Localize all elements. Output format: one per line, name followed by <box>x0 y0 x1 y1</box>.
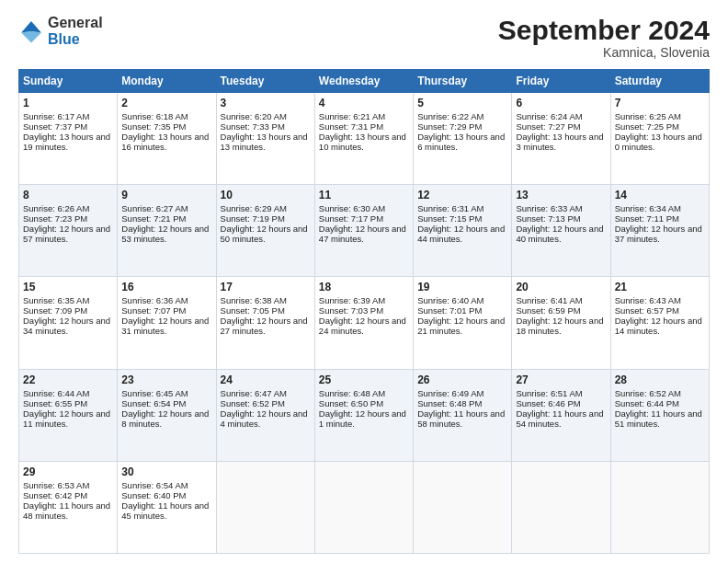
day-number: 2 <box>121 97 211 109</box>
day-number: 16 <box>121 281 211 293</box>
calendar-cell: 21 Sunrise: 6:43 AM Sunset: 6:57 PM Dayl… <box>610 277 709 369</box>
sunrise-label: Sunrise: 6:29 AM <box>221 203 287 213</box>
sunrise-label: Sunrise: 6:20 AM <box>221 111 287 121</box>
sunset-label: Sunset: 6:46 PM <box>516 398 580 408</box>
sunrise-label: Sunrise: 6:31 AM <box>417 203 483 213</box>
calendar-row-4: 29 Sunrise: 6:53 AM Sunset: 6:42 PM Dayl… <box>19 461 710 553</box>
daylight-label: Daylight: 11 hours and 45 minutes. <box>121 500 209 521</box>
calendar-cell: 10 Sunrise: 6:29 AM Sunset: 7:19 PM Dayl… <box>216 185 314 277</box>
col-saturday: Saturday <box>610 70 709 93</box>
daylight-label: Daylight: 12 hours and 50 minutes. <box>221 224 308 244</box>
sunrise-label: Sunrise: 6:21 AM <box>319 111 385 121</box>
daylight-label: Daylight: 13 hours and 13 minutes. <box>221 132 308 152</box>
calendar-cell: 8 Sunrise: 6:26 AM Sunset: 7:23 PM Dayli… <box>19 185 118 277</box>
daylight-label: Daylight: 12 hours and 34 minutes. <box>23 316 110 336</box>
calendar-table: Sunday Monday Tuesday Wednesday Thursday… <box>18 69 710 554</box>
calendar-cell <box>216 461 314 553</box>
sunset-label: Sunset: 6:48 PM <box>417 398 482 408</box>
sunrise-label: Sunrise: 6:39 AM <box>319 295 385 305</box>
calendar-cell: 5 Sunrise: 6:22 AM Sunset: 7:29 PM Dayli… <box>414 93 512 185</box>
calendar-cell: 14 Sunrise: 6:34 AM Sunset: 7:11 PM Dayl… <box>610 185 709 277</box>
sunrise-label: Sunrise: 6:44 AM <box>23 388 89 398</box>
daylight-label: Daylight: 12 hours and 24 minutes. <box>319 316 406 336</box>
calendar-cell <box>414 461 512 553</box>
sunrise-label: Sunrise: 6:18 AM <box>121 111 188 121</box>
sunset-label: Sunset: 7:25 PM <box>615 121 679 132</box>
logo: General Blue <box>18 15 103 47</box>
daylight-label: Daylight: 12 hours and 53 minutes. <box>121 224 209 244</box>
calendar-cell: 29 Sunrise: 6:53 AM Sunset: 6:42 PM Dayl… <box>19 461 118 553</box>
daylight-label: Daylight: 12 hours and 57 minutes. <box>23 224 110 244</box>
sunset-label: Sunset: 6:59 PM <box>516 305 580 316</box>
calendar-cell: 28 Sunrise: 6:52 AM Sunset: 6:44 PM Dayl… <box>610 369 709 461</box>
sunset-label: Sunset: 6:50 PM <box>319 398 383 408</box>
sunrise-label: Sunrise: 6:22 AM <box>417 111 483 121</box>
calendar-row-2: 15 Sunrise: 6:35 AM Sunset: 7:09 PM Dayl… <box>19 277 710 369</box>
sunset-label: Sunset: 7:03 PM <box>319 305 383 316</box>
col-monday: Monday <box>118 70 216 93</box>
sunset-label: Sunset: 7:05 PM <box>221 305 285 316</box>
day-number: 3 <box>221 97 311 109</box>
day-number: 8 <box>23 189 113 201</box>
calendar-cell: 16 Sunrise: 6:36 AM Sunset: 7:07 PM Dayl… <box>118 277 216 369</box>
month-title: September 2024 <box>498 15 710 45</box>
sunrise-label: Sunrise: 6:24 AM <box>516 111 582 121</box>
sunset-label: Sunset: 7:19 PM <box>221 213 285 224</box>
calendar-row-3: 22 Sunrise: 6:44 AM Sunset: 6:55 PM Dayl… <box>19 369 710 461</box>
sunset-label: Sunset: 7:09 PM <box>23 305 87 316</box>
svg-marker-0 <box>21 21 41 32</box>
day-number: 12 <box>417 189 507 201</box>
sunset-label: Sunset: 7:35 PM <box>121 121 186 132</box>
daylight-label: Daylight: 12 hours and 11 minutes. <box>23 408 110 429</box>
day-number: 4 <box>319 97 409 109</box>
calendar-cell: 17 Sunrise: 6:38 AM Sunset: 7:05 PM Dayl… <box>216 277 314 369</box>
sunrise-label: Sunrise: 6:51 AM <box>516 388 582 398</box>
sunrise-label: Sunrise: 6:43 AM <box>615 295 681 305</box>
daylight-label: Daylight: 13 hours and 10 minutes. <box>319 132 406 152</box>
daylight-label: Daylight: 13 hours and 0 minutes. <box>615 132 702 152</box>
day-number: 18 <box>319 281 409 293</box>
calendar-cell: 24 Sunrise: 6:47 AM Sunset: 6:52 PM Dayl… <box>216 369 314 461</box>
sunset-label: Sunset: 6:44 PM <box>615 398 679 408</box>
sunrise-label: Sunrise: 6:38 AM <box>221 295 287 305</box>
day-number: 9 <box>121 189 211 201</box>
calendar-cell: 3 Sunrise: 6:20 AM Sunset: 7:33 PM Dayli… <box>216 93 314 185</box>
calendar-cell: 2 Sunrise: 6:18 AM Sunset: 7:35 PM Dayli… <box>118 93 216 185</box>
calendar-cell: 6 Sunrise: 6:24 AM Sunset: 7:27 PM Dayli… <box>512 93 610 185</box>
daylight-label: Daylight: 13 hours and 6 minutes. <box>417 132 505 152</box>
calendar-cell: 13 Sunrise: 6:33 AM Sunset: 7:13 PM Dayl… <box>512 185 610 277</box>
calendar-cell: 4 Sunrise: 6:21 AM Sunset: 7:31 PM Dayli… <box>314 93 413 185</box>
day-number: 1 <box>23 97 113 109</box>
sunrise-label: Sunrise: 6:34 AM <box>615 203 681 213</box>
calendar-row-0: 1 Sunrise: 6:17 AM Sunset: 7:37 PM Dayli… <box>19 93 710 185</box>
sunrise-label: Sunrise: 6:33 AM <box>516 203 582 213</box>
sunset-label: Sunset: 7:01 PM <box>417 305 482 316</box>
calendar-cell: 1 Sunrise: 6:17 AM Sunset: 7:37 PM Dayli… <box>19 93 118 185</box>
logo-general-text: General <box>48 15 103 31</box>
daylight-label: Daylight: 12 hours and 31 minutes. <box>121 316 209 336</box>
page: General Blue September 2024 Kamnica, Slo… <box>0 0 728 563</box>
calendar-cell: 25 Sunrise: 6:48 AM Sunset: 6:50 PM Dayl… <box>314 369 413 461</box>
day-number: 26 <box>417 373 507 386</box>
day-number: 10 <box>221 189 311 201</box>
calendar-cell: 7 Sunrise: 6:25 AM Sunset: 7:25 PM Dayli… <box>610 93 709 185</box>
sunrise-label: Sunrise: 6:17 AM <box>23 111 89 121</box>
day-number: 21 <box>615 281 705 293</box>
day-number: 7 <box>615 97 705 109</box>
sunrise-label: Sunrise: 6:26 AM <box>23 203 89 213</box>
day-number: 27 <box>516 373 606 386</box>
sunset-label: Sunset: 6:57 PM <box>615 305 679 316</box>
daylight-label: Daylight: 12 hours and 1 minute. <box>319 408 406 429</box>
day-number: 15 <box>23 281 113 293</box>
calendar-cell: 15 Sunrise: 6:35 AM Sunset: 7:09 PM Dayl… <box>19 277 118 369</box>
day-number: 5 <box>417 97 507 109</box>
daylight-label: Daylight: 12 hours and 21 minutes. <box>417 316 505 336</box>
day-number: 22 <box>23 373 113 386</box>
day-number: 13 <box>516 189 606 201</box>
sunset-label: Sunset: 7:15 PM <box>417 213 482 224</box>
daylight-label: Daylight: 12 hours and 37 minutes. <box>615 224 702 244</box>
sunrise-label: Sunrise: 6:36 AM <box>121 295 188 305</box>
sunrise-label: Sunrise: 6:47 AM <box>221 388 287 398</box>
daylight-label: Daylight: 12 hours and 4 minutes. <box>221 408 308 429</box>
daylight-label: Daylight: 13 hours and 16 minutes. <box>121 132 209 152</box>
